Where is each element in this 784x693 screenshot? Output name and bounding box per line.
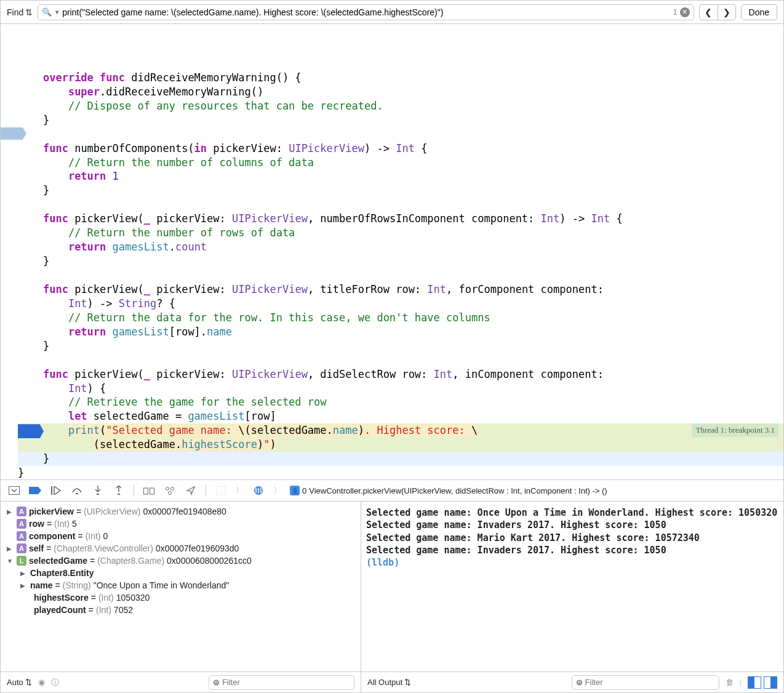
find-mode-dropdown[interactable]: Find ⇅	[7, 7, 33, 17]
variables-filter: ⊜	[209, 675, 354, 690]
thread-icon[interactable]	[252, 484, 265, 497]
svg-point-7	[166, 487, 169, 491]
search-input[interactable]	[62, 7, 671, 17]
svg-rect-5	[144, 488, 148, 494]
debug-memory-icon[interactable]	[164, 484, 176, 497]
svg-rect-10	[217, 486, 225, 495]
variables-list[interactable]: ▶ApickerView = (UIPickerView) 0x00007fe0…	[1, 502, 361, 671]
search-result-count: 1	[673, 8, 678, 17]
stack-frame-crumb[interactable]: 👤 0 ViewController.pickerView(UIPickerVi…	[290, 486, 607, 495]
console-footer: All Output⇅ ⊜ 🗑 |	[361, 671, 783, 692]
var-badge-icon: L	[17, 556, 26, 566]
next-result-button[interactable]: ❯	[718, 4, 736, 20]
debug-area: ▶ApickerView = (UIPickerView) 0x00007fe0…	[1, 502, 783, 692]
chevron-updown-icon: ⇅	[25, 678, 32, 687]
debug-view-icon[interactable]	[143, 484, 155, 497]
svg-point-8	[171, 487, 174, 491]
breakpoint-indicator[interactable]	[18, 424, 44, 438]
find-bar: Find ⇅ 🔍 ▼ 1 ✕ ❮ ❯ Done	[1, 1, 783, 24]
breadcrumb-separator: 〉	[273, 485, 281, 496]
step-over-icon[interactable]	[71, 484, 83, 497]
code-editor[interactable]: override func didReceiveMemoryWarning() …	[1, 24, 783, 479]
variable-row: ▼LselectedGame = (Chapter8.Game) 0x00006…	[1, 555, 361, 567]
debug-toolbar: 〉 〉 👤 0 ViewController.pickerView(UIPick…	[1, 479, 783, 502]
var-badge-icon: A	[17, 519, 26, 529]
variable-row: Arow = (Int) 5	[1, 518, 361, 530]
variables-filter-input[interactable]	[222, 678, 350, 687]
frame-index: 0	[302, 486, 306, 495]
console-mode-dropdown[interactable]: All Output⇅	[367, 678, 411, 687]
variable-row-child: playedCount = (Int) 7052	[1, 604, 361, 616]
var-badge-icon: A	[17, 543, 26, 553]
filter-icon: ⊜	[213, 678, 220, 687]
variables-footer: Auto⇅ ◉ ⓘ ⊜	[1, 671, 361, 692]
svg-rect-0	[9, 487, 20, 495]
continue-icon[interactable]	[50, 484, 62, 497]
clear-search-icon[interactable]: ✕	[680, 7, 690, 17]
var-badge-icon: A	[17, 531, 26, 541]
variable-row-child: highestScore = (Int) 1050320	[1, 591, 361, 604]
left-pane-toggle[interactable]	[748, 676, 761, 689]
quicklook-icon[interactable]: ◉	[38, 678, 45, 687]
svg-rect-4	[118, 494, 120, 495]
breakpoint-message: Thread 1: breakpoint 3.1	[692, 423, 778, 437]
find-mode-label: Find	[7, 7, 23, 17]
svg-rect-1	[51, 486, 52, 495]
chevron-updown-icon: ⇅	[404, 678, 411, 687]
process-icon[interactable]	[215, 484, 227, 497]
svg-rect-2	[76, 493, 78, 494]
svg-point-9	[169, 492, 172, 495]
frame-signature: ViewController.pickerView(UIPickerView, …	[309, 486, 607, 495]
variable-row-child: ▶Chapter8.Entity	[1, 567, 361, 579]
filter-icon: ⊜	[576, 678, 583, 687]
search-dropdown-icon[interactable]: ▼	[54, 9, 60, 15]
variables-pane: ▶ApickerView = (UIPickerView) 0x00007fe0…	[1, 502, 361, 692]
trash-icon[interactable]: 🗑	[726, 678, 734, 687]
gutter-breakpoint-indicator-light[interactable]	[1, 127, 26, 140]
search-input-container: 🔍 ▼ 1 ✕	[38, 4, 694, 20]
prev-result-button[interactable]: ❮	[699, 4, 718, 20]
breadcrumb-separator: 〉	[236, 485, 244, 496]
step-into-icon[interactable]	[92, 484, 104, 497]
info-icon[interactable]: ⓘ	[51, 677, 59, 688]
variables-mode-dropdown[interactable]: Auto⇅	[7, 678, 32, 687]
location-icon[interactable]	[185, 484, 197, 497]
svg-rect-6	[150, 488, 154, 494]
console-output[interactable]: Selected game name: Once Upon a Time in …	[361, 502, 783, 671]
right-pane-toggle[interactable]	[764, 676, 777, 689]
hide-debug-icon[interactable]	[8, 484, 20, 497]
search-icon: 🔍	[42, 7, 52, 17]
variable-row-child: ▶name = (String) "Once Upon a Time in Wo…	[1, 579, 361, 591]
svg-rect-3	[97, 494, 99, 495]
done-button[interactable]: Done	[741, 4, 777, 20]
variable-row: Acomponent = (Int) 0	[1, 530, 361, 542]
console-filter: ⊜	[572, 675, 719, 690]
pane-view-toggles	[748, 676, 777, 689]
variable-row: ▶ApickerView = (UIPickerView) 0x00007fe0…	[1, 505, 361, 518]
breakpoints-toggle-icon[interactable]	[29, 484, 41, 497]
console-pane: Selected game name: Once Upon a Time in …	[361, 502, 783, 692]
frame-badge-icon: 👤	[290, 486, 300, 495]
chevron-updown-icon: ⇅	[25, 7, 33, 17]
console-filter-input[interactable]	[585, 678, 715, 687]
step-out-icon[interactable]	[113, 484, 125, 497]
lldb-prompt: (lldb)	[366, 557, 405, 568]
var-badge-icon: A	[17, 507, 26, 516]
search-nav-buttons: ❮ ❯	[699, 4, 736, 20]
variable-row: ▶Aself = (Chapter8.ViewController) 0x000…	[1, 542, 361, 555]
